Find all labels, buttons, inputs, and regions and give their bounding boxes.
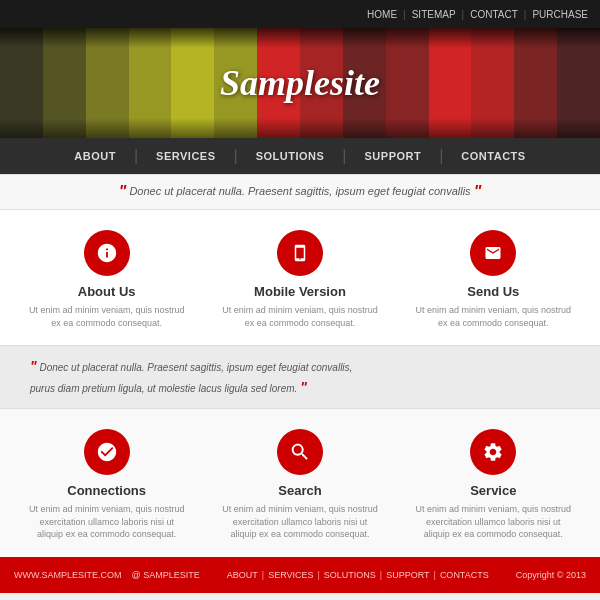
footer-website: WWW.SAMPLESITE.COM	[14, 570, 122, 580]
mobile-icon	[277, 230, 323, 276]
quote-open-2: "	[30, 358, 37, 374]
top-nav-sep3: |	[524, 9, 527, 20]
feature-connections-title: Connections	[27, 483, 187, 498]
feature-send-desc: Ut enim ad minim veniam, quis nostrud ex…	[413, 304, 573, 329]
features-section-2: Connections Ut enim ad minim veniam, qui…	[0, 409, 600, 557]
top-nav-sep1: |	[403, 9, 406, 20]
footer-nav: ABOUT | SERVICES | SOLUTIONS | SUPPORT |…	[227, 570, 489, 580]
footer-nav-about[interactable]: ABOUT	[227, 570, 258, 580]
feature-search: Search Ut enim ad minim veniam, quis nos…	[220, 429, 380, 541]
quote-close-2: "	[300, 379, 307, 395]
footer-left: WWW.SAMPLESITE.COM @ SAMPLESITE	[14, 570, 200, 580]
quote-bar-1: " Donec ut placerat nulla. Praesent sagi…	[0, 174, 600, 210]
footer-nav-services[interactable]: SERVICES	[268, 570, 313, 580]
top-nav-home[interactable]: HOME	[367, 9, 397, 20]
feature-service-title: Service	[413, 483, 573, 498]
connections-icon	[84, 429, 130, 475]
send-us-icon	[470, 230, 516, 276]
feature-send-title: Send Us	[413, 284, 573, 299]
nav-solutions[interactable]: SOLUTIONS	[238, 138, 343, 174]
hero-banner: Samplesite	[0, 28, 600, 138]
footer-nav-support[interactable]: SUPPORT	[386, 570, 429, 580]
nav-services[interactable]: SERVICES	[138, 138, 233, 174]
feature-service: Service Ut enim ad minim veniam, quis no…	[413, 429, 573, 541]
feature-mobile: Mobile Version Ut enim ad minim veniam, …	[220, 230, 380, 329]
footer: WWW.SAMPLESITE.COM @ SAMPLESITE ABOUT | …	[0, 557, 600, 593]
hero-overlay-top	[0, 28, 600, 48]
top-nav: HOME | SITEMAP | CONTACT | PURCHASE	[0, 0, 600, 28]
hero-overlay-bottom	[0, 118, 600, 138]
top-nav-sep2: |	[462, 9, 465, 20]
nav-support[interactable]: SUPPORT	[347, 138, 440, 174]
feature-search-desc: Ut enim ad minim veniam, quis nostrud ex…	[220, 503, 380, 541]
feature-about-desc: Ut enim ad minim veniam, quis nostrud ex…	[27, 304, 187, 329]
feature-service-desc: Ut enim ad minim veniam, quis nostrud ex…	[413, 503, 573, 541]
quote-bar-2: " Donec ut placerat nulla. Praesent sagi…	[0, 345, 600, 409]
feature-connections: Connections Ut enim ad minim veniam, qui…	[27, 429, 187, 541]
top-nav-contact[interactable]: CONTACT	[470, 9, 518, 20]
site-title: Samplesite	[220, 62, 380, 104]
top-nav-purchase[interactable]: PURCHASE	[532, 9, 588, 20]
footer-nav-contacts[interactable]: CONTACTS	[440, 570, 489, 580]
nav-contacts[interactable]: CONTACTS	[443, 138, 543, 174]
footer-nav-solutions[interactable]: SOLUTIONS	[324, 570, 376, 580]
footer-nav-sep1: |	[262, 570, 264, 580]
quote-open-1: "	[119, 183, 127, 200]
top-nav-sitemap[interactable]: SITEMAP	[412, 9, 456, 20]
quote-close-1: "	[474, 183, 482, 200]
feature-about-title: About Us	[27, 284, 187, 299]
quote-text-1: Donec ut placerat nulla. Praesent sagitt…	[129, 185, 470, 197]
features-section-1: About Us Ut enim ad minim veniam, quis n…	[0, 210, 600, 345]
footer-nav-sep4: |	[434, 570, 436, 580]
feature-about-us: About Us Ut enim ad minim veniam, quis n…	[27, 230, 187, 329]
footer-social: @ SAMPLESITE	[132, 570, 200, 580]
footer-nav-sep3: |	[380, 570, 382, 580]
search-icon	[277, 429, 323, 475]
service-icon	[470, 429, 516, 475]
quote-text-2a: Donec ut placerat nulla. Praesent sagitt…	[39, 362, 352, 373]
feature-send-us: Send Us Ut enim ad minim veniam, quis no…	[413, 230, 573, 329]
feature-search-title: Search	[220, 483, 380, 498]
quote-text-2b: purus diam pretium ligula, ut molestie l…	[30, 383, 297, 394]
feature-mobile-desc: Ut enim ad minim veniam, quis nostrud ex…	[220, 304, 380, 329]
footer-nav-sep2: |	[317, 570, 319, 580]
main-nav: ABOUT | SERVICES | SOLUTIONS | SUPPORT |…	[0, 138, 600, 174]
nav-about[interactable]: ABOUT	[56, 138, 134, 174]
about-us-icon	[84, 230, 130, 276]
feature-connections-desc: Ut enim ad minim veniam, quis nostrud ex…	[27, 503, 187, 541]
footer-copyright: Copyright © 2013	[516, 570, 586, 580]
feature-mobile-title: Mobile Version	[220, 284, 380, 299]
